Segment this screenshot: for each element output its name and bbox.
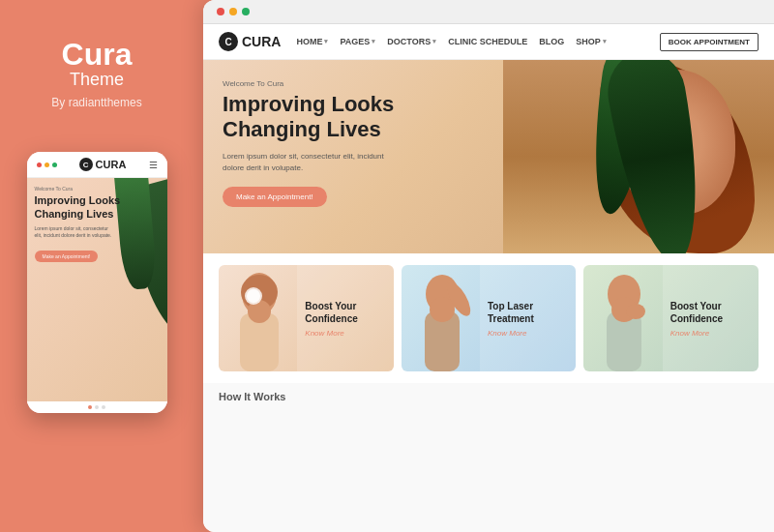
- mobile-cta-button[interactable]: Make an Appointment!: [35, 251, 99, 262]
- hero-section: Welcome To Cura Improving Looks Changing…: [203, 60, 774, 253]
- nav-blog-label: BLOG: [539, 37, 564, 46]
- mobile-dot-green: [52, 163, 57, 167]
- card-1-overlay: Boost Your Confidence Know More: [297, 265, 393, 371]
- hero-cta-button[interactable]: Make an Appointment!: [223, 187, 327, 207]
- browser-chrome: [203, 0, 774, 24]
- card-2-overlay: Top Laser Treatment Know More: [480, 265, 576, 371]
- site-logo: C CURA: [219, 32, 281, 51]
- nav-doctors-arrow: ▾: [432, 38, 436, 45]
- bottom-section: How It Works: [203, 383, 774, 532]
- site-logo-text: CURA: [242, 34, 281, 49]
- hero-heading-line1: Improving Looks: [223, 92, 394, 116]
- hero-heading-line2: Changing Lives: [223, 117, 381, 141]
- site-nav: C CURA HOME ▾ PAGES ▾ DOCTORS ▾ CLINIC S…: [203, 24, 774, 60]
- nav-pages-label: PAGES: [340, 37, 370, 46]
- nav-doctors[interactable]: DOCTORS ▾: [387, 37, 436, 46]
- nav-items: HOME ▾ PAGES ▾ DOCTORS ▾ CLINIC SCHEDULE…: [296, 33, 759, 51]
- hero-welcome: Welcome To Cura: [223, 79, 397, 88]
- chrome-dot-yellow: [229, 8, 237, 15]
- indicator-active: [88, 405, 92, 409]
- nav-shop[interactable]: SHOP ▾: [576, 37, 607, 46]
- mobile-dot-red: [37, 163, 42, 167]
- nav-shop-arrow: ▾: [603, 38, 607, 45]
- card-3-title: Boost Your Confidence: [670, 300, 751, 325]
- nav-shop-label: SHOP: [576, 37, 601, 46]
- bottom-title: How It Works: [219, 391, 759, 402]
- mobile-header: C CURA ☰: [27, 152, 167, 178]
- indicator-2: [102, 405, 105, 409]
- nav-clinic[interactable]: CLINIC SCHEDULE: [448, 37, 527, 46]
- mobile-dots: [37, 163, 57, 167]
- card-3-link[interactable]: Know More: [670, 329, 751, 338]
- nav-home[interactable]: HOME ▾: [296, 37, 328, 46]
- mobile-logo: C CURA: [79, 158, 127, 171]
- hero-description: Lorem ipsum dolor sit, consectetur elit,…: [223, 151, 397, 174]
- nav-home-label: HOME: [296, 37, 322, 46]
- brand-title: Cura: [51, 39, 141, 70]
- card-1-title: Boost Your Confidence: [305, 300, 385, 325]
- brand-subtitle: Theme: [51, 70, 141, 90]
- svg-point-5: [247, 289, 260, 303]
- mobile-hamburger-icon[interactable]: ☰: [149, 160, 158, 170]
- mobile-dot-yellow: [45, 163, 49, 167]
- mobile-logo-text: CURA: [96, 159, 127, 170]
- mobile-indicators: [27, 401, 167, 413]
- nav-clinic-label: CLINIC SCHEDULE: [448, 37, 527, 46]
- desktop-mockup: C CURA HOME ▾ PAGES ▾ DOCTORS ▾ CLINIC S…: [203, 0, 774, 532]
- chrome-dot-red: [217, 8, 224, 15]
- card-3-person-svg: [587, 265, 655, 371]
- card-3: Boost Your Confidence Know More: [583, 265, 759, 371]
- chrome-dot-green: [242, 8, 250, 15]
- nav-pages-arrow: ▾: [372, 38, 375, 45]
- left-panel: Cura Theme By radiantthemes C CURA ☰ Wel…: [0, 0, 194, 532]
- nav-blog[interactable]: BLOG: [539, 37, 564, 46]
- hero-heading: Improving Looks Changing Lives: [223, 92, 397, 143]
- card-2-link[interactable]: Know More: [488, 329, 568, 338]
- card-1: Boost Your Confidence Know More: [219, 265, 394, 371]
- card-2: Top Laser Treatment Know More: [402, 265, 577, 371]
- mobile-body-text: Lorem ipsum dolor sit, consectetur elit,…: [35, 225, 112, 239]
- svg-point-13: [626, 304, 645, 319]
- mobile-mockup: C CURA ☰ Welcome To Cura Improving Looks…: [27, 152, 167, 413]
- book-appointment-button[interactable]: BOOK APPOINTMENT: [660, 33, 759, 51]
- mobile-logo-circle: C: [79, 158, 93, 171]
- card-2-title: Top Laser Treatment: [488, 300, 568, 325]
- nav-pages[interactable]: PAGES ▾: [340, 37, 375, 46]
- card-2-person-svg: [405, 265, 473, 371]
- site-logo-circle: C: [219, 32, 238, 51]
- indicator-1: [95, 405, 99, 409]
- card-3-overlay: Boost Your Confidence Know More: [663, 265, 759, 371]
- mobile-hero-section: Welcome To Cura Improving Looks Changing…: [27, 178, 167, 401]
- nav-home-arrow: ▾: [324, 38, 328, 45]
- cards-section: Boost Your Confidence Know More Top Lase…: [203, 253, 774, 383]
- brand-by: By radiantthemes: [51, 96, 141, 109]
- nav-doctors-label: DOCTORS: [387, 37, 431, 46]
- mobile-heading: Improving Looks Changing Lives: [35, 193, 160, 222]
- hero-content: Welcome To Cura Improving Looks Changing…: [223, 79, 397, 207]
- card-1-person-svg: [223, 265, 290, 371]
- card-1-link[interactable]: Know More: [305, 329, 385, 338]
